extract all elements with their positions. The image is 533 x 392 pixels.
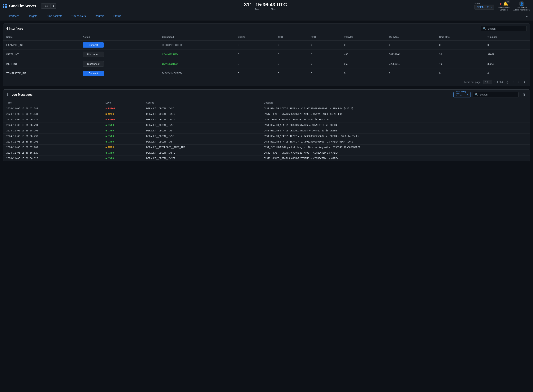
cell-tx-bytes: 486 — [341, 50, 386, 59]
info-dot-icon: ● — [105, 140, 107, 143]
col-clients: Clients — [235, 34, 275, 41]
cell-cmd-pkts: 0 — [436, 41, 484, 50]
info-dot-icon: ● — [105, 129, 107, 132]
log-cell-level: ● INFO — [103, 128, 143, 134]
tab-status[interactable]: Status — [109, 12, 126, 20]
col-name: Name — [3, 34, 80, 41]
cell-rx-q: 0 — [308, 41, 341, 50]
tab-cmd-packets[interactable]: Cmd packets — [42, 12, 67, 20]
log-col-message: Message — [261, 100, 530, 106]
cell-tlm-pkts: 0 — [484, 69, 530, 78]
interfaces-search-box[interactable]: 🔍 — [481, 26, 527, 31]
page-prev-button[interactable]: ‹ — [511, 80, 515, 84]
log-cell-message: INST_INT UNKNOWN packet length: 10 start… — [261, 145, 530, 150]
interfaces-table-body: EXAMPLE_INT Connect DISCONNECTED 0 0 0 0… — [3, 41, 530, 78]
error-triangle-icon: ▼ — [105, 107, 107, 110]
cell-name: TEMPLATED_INT — [3, 69, 80, 78]
cell-tlm-pkts: 32029 — [484, 50, 530, 59]
connect-button[interactable]: Connect — [83, 71, 104, 76]
header-right: Scope DEFAULT ▼ 🔔 139 Notifications Scri… — [474, 1, 530, 11]
table-row: EXAMPLE_INT Connect DISCONNECTED 0 0 0 0… — [3, 41, 530, 50]
page-first-button[interactable]: ⟪ — [505, 80, 509, 84]
disconnect-button[interactable]: Disconnect — [83, 61, 104, 67]
cell-action[interactable]: Connect — [80, 41, 159, 50]
log-table: Time Level Source Message 2024-11-06 15:… — [3, 100, 530, 161]
notifications-section[interactable]: ▼ 🔔 139 Notifications Scripts: 0 — [498, 1, 509, 11]
disconnect-button[interactable]: Disconnect — [83, 51, 104, 57]
log-title: Log Messages — [11, 93, 445, 97]
log-search-input[interactable] — [480, 93, 517, 96]
col-rx-q: Rx Q — [308, 34, 341, 41]
cell-tx-bytes: 0 — [341, 69, 386, 78]
per-page-select[interactable]: 10 25 50 — [483, 80, 492, 84]
cell-action[interactable]: Connect — [80, 69, 159, 78]
warn-square-icon: ■ — [105, 146, 107, 149]
header-center: 311 15:36:43 UTC Date Time — [57, 2, 474, 10]
app-title: CmdTlmServer — [9, 4, 36, 8]
log-cell-level: ● INFO — [103, 156, 143, 161]
download-icon[interactable]: ⬇ — [6, 93, 9, 97]
log-cell-level: ▼ ERROR — [103, 106, 143, 111]
scope-select[interactable]: DEFAULT — [474, 5, 494, 9]
log-cell-level: ● INFO — [103, 139, 143, 145]
log-cell-time: 2024-11-06 15:36:36.629 — [3, 150, 103, 156]
cell-tx-bytes: 562 — [341, 59, 386, 69]
tab-targets[interactable]: Targets — [24, 12, 42, 20]
cell-cmd-pkts: 0 — [436, 69, 484, 78]
scope-wrapper[interactable]: DEFAULT — [474, 5, 494, 9]
list-item: 2024-11-06 15:36:40.623 ▼ ERROR DEFAULT_… — [3, 117, 530, 122]
collapse-button[interactable]: ▲ — [524, 13, 530, 19]
col-tlm-pkts: Tlm pkts — [484, 34, 530, 41]
page-last-button[interactable]: ⟫ — [523, 80, 527, 84]
cell-clients: 0 — [235, 69, 275, 78]
level-label: INFO — [108, 140, 114, 143]
cell-action[interactable]: Disconnect — [80, 50, 159, 59]
file-dropdown-caret[interactable]: ▼ — [51, 3, 57, 9]
connect-button[interactable]: Connect — [83, 42, 104, 47]
main-content: 4 Interfaces 🔍 Name Action Connected Cli… — [0, 20, 533, 164]
cell-name: INST2_INT — [3, 50, 80, 59]
cell-tx-q: 0 — [275, 59, 308, 69]
time-label: Time — [271, 8, 276, 10]
file-button-group: File ▼ — [41, 3, 57, 9]
error-triangle-icon: ▼ — [105, 119, 107, 121]
tab-tlm-packets[interactable]: Tlm packets — [67, 12, 90, 20]
page-next-button[interactable]: › — [517, 80, 520, 84]
log-cell-source: DEFAULT__DECOM__INST2 — [143, 150, 261, 156]
notification-bell[interactable]: ▼ 🔔 139 — [499, 1, 508, 6]
list-item: 2024-11-06 15:36:38.794 ● INFO DEFAULT__… — [3, 122, 530, 128]
header-time-labels: Date Time — [255, 8, 276, 10]
log-cell-message: INST2 HEALTH_STATUS GROUND2STATUS = UNAV… — [261, 111, 530, 117]
log-cell-source: DEFAULT__DECOM__INST — [143, 128, 261, 134]
warn-square-icon: ■ — [105, 113, 107, 115]
cell-rx-q: 0 — [308, 69, 341, 78]
log-filter-label: Filter by log level — [455, 91, 470, 95]
cell-rx-bytes: 0 — [386, 69, 436, 78]
file-button[interactable]: File — [41, 3, 51, 9]
log-clear-button[interactable]: 🗑 — [521, 92, 527, 97]
log-filter-wrapper[interactable]: Filter by log level INFO DEBUG WARN ERRO… — [453, 92, 471, 98]
log-cell-message: INST HEALTH_STATUS TEMP1 = 23.6012500000… — [261, 139, 530, 145]
interfaces-search-input[interactable] — [488, 27, 525, 30]
log-cell-level: ● INFO — [103, 122, 143, 128]
info-dot-icon: ● — [105, 157, 107, 160]
cell-connected: CONNECTED — [159, 50, 235, 59]
cell-clients: 0 — [235, 50, 275, 59]
list-item: 2024-11-06 15:36:38.791 ● INFO DEFAULT__… — [3, 139, 530, 145]
list-item: 2024-11-06 15:36:38.793 ● INFO DEFAULT__… — [3, 128, 530, 134]
interfaces-table-header-row: Name Action Connected Clients Tx Q Rx Q … — [3, 34, 530, 41]
per-page-wrapper[interactable]: 10 25 50 — [483, 80, 492, 84]
cell-clients: 0 — [235, 41, 275, 50]
tab-interfaces[interactable]: Interfaces — [3, 12, 24, 20]
tab-routers[interactable]: Routers — [90, 12, 109, 20]
header: CmdTlmServer File ▼ 311 15:36:43 UTC Dat… — [0, 0, 533, 12]
admin-section[interactable]: 👤 The Admin Admin, Approver, Q — [513, 1, 530, 11]
log-cell-source: DEFAULT__DECOM__INST — [143, 134, 261, 139]
cell-action[interactable]: Disconnect — [80, 59, 159, 69]
log-cell-time: 2024-11-06 15:36:38.792 — [3, 134, 103, 139]
log-search-box[interactable]: 🔍 — [473, 92, 519, 98]
list-item: 2024-11-06 15:36:37.787 ■ WARN DEFAULT__… — [3, 145, 530, 150]
log-cell-source: DEFAULT__INTERFACE__INST_INT — [143, 145, 261, 150]
log-pause-button[interactable]: ⏸ — [448, 93, 451, 97]
log-cell-message: INST HEALTH_STATUS TEMP3 = -26.952499999… — [261, 106, 530, 111]
